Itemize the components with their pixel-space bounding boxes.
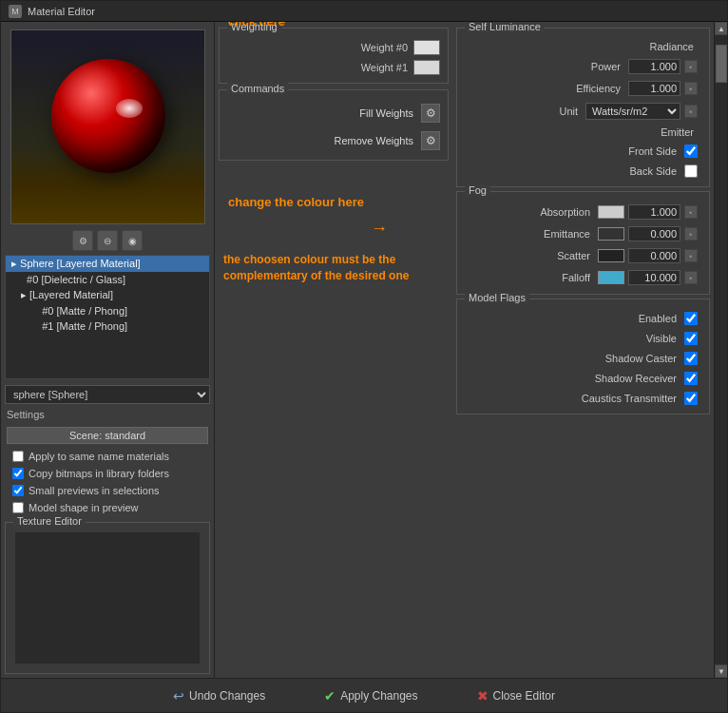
weight0-row: Weight #0 xyxy=(227,40,440,55)
scroll-up-btn[interactable]: ▲ xyxy=(715,22,727,35)
falloff-picker-btn[interactable]: ▪ xyxy=(684,271,698,284)
efficiency-picker-btn[interactable]: ▪ xyxy=(684,82,698,95)
tree-item-layered[interactable]: ▸ [Layered Material] xyxy=(6,287,209,303)
scene-button[interactable]: Scene: standard xyxy=(7,427,208,444)
left-panel: ⚙ ⊖ ◉ ▸ Sphere [Layered Material] #0 [Di… xyxy=(1,22,215,678)
preview-view-btn[interactable]: ◉ xyxy=(122,230,143,251)
commands-group: Commands Fill Weights ⚙ Remove Weights ⚙ xyxy=(219,89,449,161)
model-flags-title: Model Flags xyxy=(465,292,529,303)
falloff-input[interactable] xyxy=(628,270,680,285)
power-picker-btn[interactable]: ▪ xyxy=(684,60,698,73)
enabled-row: Enabled xyxy=(465,311,701,326)
weighting-content: Weight #0 Weight #1 xyxy=(220,29,448,83)
middle-panel: Weighting Weight #0 Weight #1 Commands xyxy=(215,22,452,678)
scatter-swatch[interactable] xyxy=(598,249,624,262)
shadow-receiver-checkbox[interactable] xyxy=(684,372,698,385)
enabled-label: Enabled xyxy=(469,313,680,324)
efficiency-label: Efficiency xyxy=(469,83,624,94)
fill-weights-btn[interactable]: ⚙ xyxy=(421,104,440,123)
back-side-checkbox[interactable] xyxy=(684,164,698,178)
checkbox-apply: Apply to same name materials xyxy=(7,450,208,463)
scatter-picker-btn[interactable]: ▪ xyxy=(684,249,698,262)
emittance-input[interactable] xyxy=(628,226,680,241)
self-luminance-content: Radiance Power 1.000 ▪ Efficiency 1.000 … xyxy=(457,29,709,186)
settings-label: Settings xyxy=(1,406,214,421)
texture-editor-title: Texture Editor xyxy=(13,515,86,527)
visible-checkbox[interactable] xyxy=(684,332,698,345)
absorption-swatch[interactable] xyxy=(598,205,624,219)
close-icon: ✖ xyxy=(477,688,489,703)
preview-toolbar: ⚙ ⊖ ◉ xyxy=(1,228,214,255)
front-side-checkbox[interactable] xyxy=(684,145,698,158)
scrollbar: ▲ ▼ xyxy=(714,22,727,678)
checkbox-small-previews-input[interactable] xyxy=(12,485,24,496)
weight1-label: Weight #1 xyxy=(361,62,408,73)
emitter-label: Emitter xyxy=(469,126,698,138)
preview-area xyxy=(10,29,205,224)
enabled-checkbox[interactable] xyxy=(684,312,698,325)
unit-label: Unit xyxy=(469,106,582,117)
emitter-row: Emitter xyxy=(465,125,701,139)
emittance-picker-btn[interactable]: ▪ xyxy=(684,227,698,241)
annotation-change-colour: change the colour here xyxy=(228,195,418,209)
absorption-input[interactable] xyxy=(628,204,680,220)
shadow-receiver-row: Shadow Receiver xyxy=(465,371,701,386)
caustics-transmitter-checkbox[interactable] xyxy=(684,392,698,405)
checkbox-small-previews-label: Small previews in selections xyxy=(29,485,160,496)
tree-item-matte1[interactable]: #1 [Matte / Phong] xyxy=(6,318,209,334)
efficiency-input[interactable]: 1.000 xyxy=(628,81,680,96)
checkbox-copy: Copy bitmaps in library folders xyxy=(7,467,208,480)
visible-label: Visible xyxy=(469,333,680,344)
preview-floor xyxy=(11,188,204,223)
power-row: Power 1.000 ▪ xyxy=(465,58,701,75)
fill-weights-row: Fill Weights ⚙ xyxy=(227,102,440,125)
undo-button[interactable]: ↩ Undo Changes xyxy=(163,684,276,708)
apply-button[interactable]: ✔ Apply Changes xyxy=(314,684,428,708)
bottom-bar: ↩ Undo Changes ✔ Apply Changes ✖ Close E… xyxy=(1,678,727,712)
commands-title: Commands xyxy=(227,83,288,94)
annotation-arrow: → xyxy=(371,219,388,239)
preview-settings-btn[interactable]: ⚙ xyxy=(72,230,93,251)
sphere-selector[interactable]: sphere [Sphere] xyxy=(5,385,210,404)
shadow-caster-checkbox[interactable] xyxy=(684,352,698,365)
checkbox-apply-input[interactable] xyxy=(12,451,24,462)
weight0-swatch[interactable] xyxy=(413,40,440,55)
checkbox-apply-label: Apply to same name materials xyxy=(29,451,169,462)
emittance-row: Emittance ▪ xyxy=(465,225,701,242)
model-flags-content: Enabled Visible Shadow Caster Shadow Rec… xyxy=(457,299,709,414)
commands-content: Fill Weights ⚙ Remove Weights ⚙ xyxy=(220,90,448,160)
model-flags-group: Model Flags Enabled Visible Shadow Caste… xyxy=(456,299,710,414)
tree-item-dielectric[interactable]: #0 [Dielectric / Glass] xyxy=(6,272,209,287)
weight1-swatch[interactable] xyxy=(413,60,440,75)
tree-item-sphere-layered[interactable]: ▸ Sphere [Layered Material] xyxy=(6,256,209,272)
checkbox-copy-input[interactable] xyxy=(12,468,24,479)
tree-item-matte0[interactable]: #0 [Matte / Phong] xyxy=(6,303,209,318)
preview-zoom-btn[interactable]: ⊖ xyxy=(97,230,118,251)
caustics-transmitter-row: Caustics Transmitter xyxy=(465,391,701,406)
emittance-label: Emittance xyxy=(469,228,594,240)
efficiency-row: Efficiency 1.000 ▪ xyxy=(465,80,701,97)
back-side-row: Back Side xyxy=(465,164,701,179)
fog-group: Fog Absorption ▪ Emittance ▪ xyxy=(456,191,710,295)
checkbox-model-shape-input[interactable] xyxy=(12,502,24,513)
back-side-label: Back Side xyxy=(469,165,680,177)
unit-picker-btn[interactable]: ▪ xyxy=(684,105,698,118)
undo-label: Undo Changes xyxy=(189,689,265,703)
unit-select[interactable]: Watts/sr/m2 Candelas Lux xyxy=(585,103,680,120)
scroll-track[interactable] xyxy=(715,35,727,665)
scroll-thumb[interactable] xyxy=(716,45,727,83)
checkbox-model-shape: Model shape in preview xyxy=(7,501,208,514)
material-tree[interactable]: ▸ Sphere [Layered Material] #0 [Dielectr… xyxy=(5,255,210,379)
falloff-row: Falloff ▪ xyxy=(465,269,701,286)
undo-icon: ↩ xyxy=(173,688,184,703)
absorption-picker-btn[interactable]: ▪ xyxy=(684,205,698,219)
texture-editor-inner xyxy=(15,532,200,664)
shadow-caster-row: Shadow Caster xyxy=(465,351,701,366)
scroll-down-btn[interactable]: ▼ xyxy=(715,665,727,678)
power-input[interactable]: 1.000 xyxy=(628,59,680,74)
falloff-swatch[interactable] xyxy=(598,271,624,284)
scatter-input[interactable] xyxy=(628,248,680,263)
remove-weights-btn[interactable]: ⚙ xyxy=(421,131,440,150)
close-button[interactable]: ✖ Close Editor xyxy=(467,684,565,708)
emittance-swatch[interactable] xyxy=(598,227,624,241)
